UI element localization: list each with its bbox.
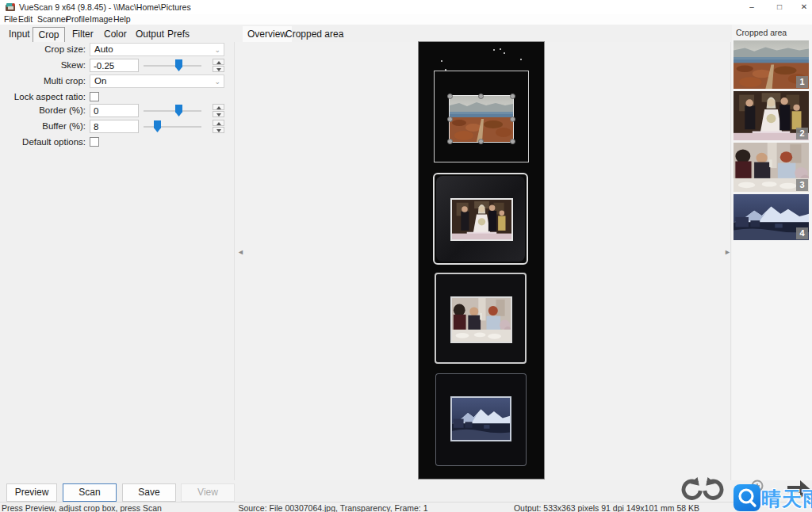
crop-size-value: Auto <box>94 44 113 54</box>
thumbnail-2-number: 2 <box>796 128 808 139</box>
maximize-icon[interactable]: □ <box>768 0 791 14</box>
settings-tab-bar: Input Crop Filter Color Output Prefs <box>0 25 235 42</box>
skew-label: Skew: <box>0 60 86 70</box>
menu-edit[interactable]: Edit <box>18 14 33 25</box>
multi-crop-label: Multi crop: <box>0 76 86 86</box>
crop-size-row: Crop size: Auto ⌄ <box>0 43 235 56</box>
thumbnail-4[interactable]: 4 <box>733 194 809 240</box>
crop-handle-e[interactable] <box>510 117 515 122</box>
multi-crop-value: On <box>94 76 106 86</box>
thumbnail-2[interactable]: 2 <box>733 91 809 140</box>
tab-output[interactable]: Output <box>133 27 167 41</box>
lock-aspect-row: Lock aspect ratio: <box>0 90 235 104</box>
crop-handle-w[interactable] <box>447 117 453 122</box>
slider-thumb[interactable] <box>175 59 182 71</box>
chevron-down-icon: ⌄ <box>214 44 220 56</box>
lock-aspect-checkbox[interactable] <box>90 92 99 101</box>
window-title: VueScan 9 x64 (9.8.45) - \\Mac\Home\Pict… <box>19 2 191 12</box>
spin-down-icon[interactable] <box>213 127 224 133</box>
multi-crop-row: Multi crop: On ⌄ <box>0 75 235 88</box>
dust-speck <box>441 60 442 62</box>
crop-handle-se[interactable] <box>510 139 515 144</box>
border-slider[interactable] <box>144 104 201 117</box>
tab-input[interactable]: Input <box>6 27 33 41</box>
status-bar: Press Preview, adjust crop box, press Sc… <box>0 502 812 512</box>
spin-up-icon[interactable] <box>213 120 224 126</box>
spin-down-icon[interactable] <box>213 111 224 117</box>
menu-image[interactable]: Image <box>90 14 113 25</box>
crop-handle-ne[interactable] <box>510 94 515 99</box>
crop-size-label: Crop size: <box>0 44 86 54</box>
dust-speck <box>493 49 495 51</box>
slider-thumb[interactable] <box>175 105 182 117</box>
scan-button[interactable]: Scan <box>63 483 117 502</box>
vuescan-app-icon <box>5 2 16 13</box>
watermark-text: 晴天雨 <box>761 486 812 512</box>
film-strip-preview[interactable] <box>418 41 545 480</box>
crop-handle-s[interactable] <box>478 139 484 144</box>
preview-tab-bar: Overview Cropped area <box>235 25 731 42</box>
spin-down-icon[interactable] <box>213 66 224 72</box>
buffer-stepper <box>213 120 224 133</box>
rotate-counterclockwise-icon[interactable] <box>679 477 703 501</box>
status-source: Source: File 00307064.jpg, Transparency,… <box>222 503 444 512</box>
tab-cropped-area[interactable]: Cropped area <box>281 26 348 42</box>
skew-stepper <box>213 59 224 72</box>
slider-thumb[interactable] <box>154 120 161 132</box>
vuescan-window: VueScan 9 x64 (9.8.45) - \\Mac\Home\Pict… <box>0 0 812 512</box>
crop-settings-panel: Crop size: Auto ⌄ Skew: Multi crop: On ⌄ <box>0 42 235 480</box>
preview-button[interactable]: Preview <box>6 483 57 502</box>
skew-slider[interactable] <box>144 59 201 72</box>
crop-handle-nw[interactable] <box>447 94 453 99</box>
skew-input[interactable] <box>90 59 139 72</box>
border-input[interactable] <box>90 104 139 117</box>
menu-profile[interactable]: Profile <box>66 14 90 25</box>
slider-track <box>144 65 201 67</box>
default-options-label: Default options: <box>0 137 86 147</box>
cropped-area-title: Cropped area <box>736 28 787 37</box>
thumbnail-1-number: 1 <box>796 76 808 88</box>
minimize-icon[interactable]: – <box>741 0 763 14</box>
frame-4-photo[interactable] <box>450 396 511 441</box>
rotate-clockwise-icon[interactable] <box>703 477 726 501</box>
buffer-row: Buffer (%): <box>0 120 235 133</box>
thumbnail-1[interactable]: 1 <box>733 40 809 89</box>
frame-3-photo[interactable] <box>450 296 512 343</box>
border-row: Border (%): <box>0 104 235 117</box>
save-button[interactable]: Save <box>122 483 176 502</box>
multi-crop-dropdown[interactable]: On ⌄ <box>90 75 224 88</box>
tab-prefs[interactable]: Prefs <box>165 27 192 41</box>
crop-handle-sw[interactable] <box>447 139 453 144</box>
crop-size-dropdown[interactable]: Auto ⌄ <box>90 43 224 56</box>
slider-track <box>144 126 201 128</box>
tab-color[interactable]: Color <box>102 27 129 41</box>
buffer-label: Buffer (%): <box>0 121 86 131</box>
slider-track <box>144 110 201 112</box>
preview-canvas[interactable]: ◄ ► <box>235 42 731 480</box>
spin-up-icon[interactable] <box>213 59 224 65</box>
tab-crop[interactable]: Crop <box>33 27 65 43</box>
crop-handle-n[interactable] <box>478 94 484 99</box>
chevron-down-icon: ⌄ <box>214 76 220 88</box>
collapse-right-icon[interactable]: ► <box>724 248 731 256</box>
border-label: Border (%): <box>0 105 86 115</box>
frame-2-photo[interactable] <box>450 198 513 241</box>
crop-box-frame-1[interactable] <box>450 96 513 142</box>
collapse-left-icon[interactable]: ◄ <box>237 248 244 256</box>
menu-scanner[interactable]: Scanner <box>37 14 68 25</box>
watermark-logo-icon <box>733 484 760 511</box>
buffer-input[interactable] <box>90 120 139 133</box>
thumbnail-3-number: 3 <box>796 179 808 191</box>
status-hint: Press Preview, adjust crop box, press Sc… <box>2 503 162 512</box>
close-icon[interactable]: ✕ <box>793 0 812 14</box>
status-output: Output: 533x363 pixels 91 dpi 149x101 mm… <box>508 503 706 512</box>
buffer-slider[interactable] <box>144 120 201 133</box>
spin-up-icon[interactable] <box>213 104 224 110</box>
menu-help[interactable]: Help <box>113 14 131 25</box>
default-options-checkbox[interactable] <box>90 137 99 147</box>
thumbnail-3[interactable]: 3 <box>733 143 809 192</box>
lock-aspect-label: Lock aspect ratio: <box>0 92 86 101</box>
menu-file[interactable]: File <box>4 14 17 25</box>
tab-filter[interactable]: Filter <box>70 27 96 41</box>
dust-speck <box>500 48 501 50</box>
